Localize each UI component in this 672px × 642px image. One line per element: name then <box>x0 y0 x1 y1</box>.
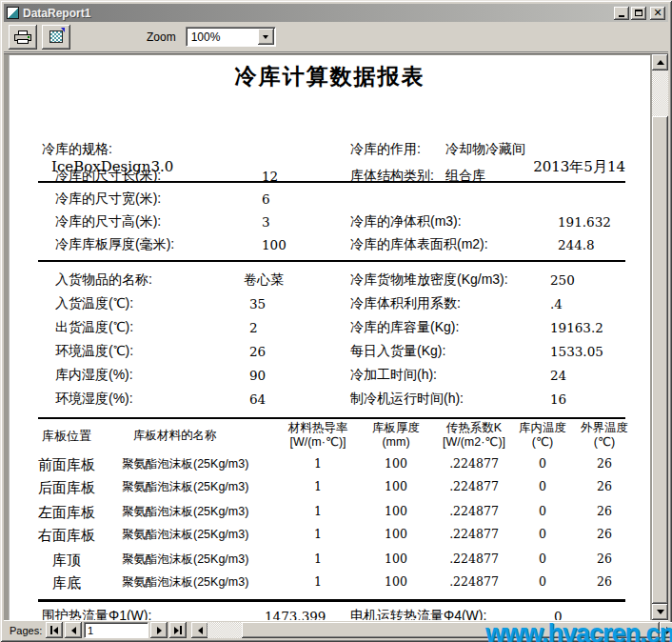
close-button[interactable]: ✕ <box>650 7 665 20</box>
field-value: 3 <box>262 214 270 230</box>
field-label: 冷库的净体积(m3): <box>350 213 462 231</box>
zoom-dropdown[interactable]: 100% <box>186 27 276 47</box>
field-label: 冷库体积利用系数: <box>350 295 461 312</box>
field-value: 卷心菜 <box>244 271 284 289</box>
thickness: 100 <box>358 456 434 474</box>
next-page-button[interactable] <box>150 622 168 638</box>
field-value: 26 <box>249 344 266 359</box>
thickness: 100 <box>358 479 434 497</box>
column-header: 材料热导率[W/(m·℃)] <box>278 421 358 450</box>
last-page-icon <box>180 626 182 634</box>
divider <box>38 260 625 262</box>
inner-temp: 0 <box>514 504 571 522</box>
field-label: 每日入货量(Kg): <box>350 343 445 360</box>
previous-page-button[interactable] <box>65 622 82 638</box>
report-title: 冷库计算数据报表 <box>10 62 650 91</box>
panel-position: 库顶 <box>21 552 112 570</box>
scroll-down-button[interactable] <box>652 604 668 620</box>
table-row: 库底 聚氨酯泡沫板(25Kg/m3) 1 100 .224877 0 26 <box>21 574 638 592</box>
field-value: 64 <box>249 391 266 407</box>
k-value: .224877 <box>434 504 514 522</box>
field-value: 24 <box>550 368 566 383</box>
report-icon <box>7 7 19 19</box>
vscroll-thumb[interactable] <box>652 116 668 604</box>
print-button[interactable] <box>9 25 37 50</box>
conductivity: 1 <box>278 504 358 522</box>
field-label: 环境湿度(%): <box>55 391 133 408</box>
table-header: 库板位置 库板材料的名称 材料热导率[W/(m·℃)] 库板厚度(mm) 传热系… <box>21 421 638 450</box>
app-window: DataReport1 ✕ Zoom 100% 冷库计算数据报表 IceBox <box>0 0 672 642</box>
arrow-up-icon <box>657 60 664 65</box>
outer-temp: 26 <box>571 504 638 522</box>
conductivity: 1 <box>278 479 358 497</box>
page-number-input[interactable] <box>84 622 148 638</box>
panel-material: 聚氨酯泡沫板(25Kg/m3) <box>112 527 278 545</box>
outer-temp: 26 <box>571 456 638 474</box>
arrow-left-icon <box>53 627 58 634</box>
divider <box>38 599 625 602</box>
chevron-down-icon <box>263 35 268 39</box>
toolbar: Zoom 100% <box>4 22 668 52</box>
panel-position: 库底 <box>21 574 112 592</box>
inner-temp: 0 <box>514 574 571 592</box>
field-label: 冷库的尺寸长(米): <box>55 168 161 185</box>
divider <box>38 417 625 419</box>
column-header: 库板材料的名称 <box>112 421 278 450</box>
last-page-button[interactable] <box>169 622 187 638</box>
field-value: 组合库 <box>445 168 485 185</box>
inner-temp: 0 <box>514 552 571 570</box>
table-row: 前面库板 聚氨酯泡沫板(25Kg/m3) 1 100 .224877 0 26 <box>21 456 638 474</box>
field-label: 入货温度(℃): <box>55 295 133 312</box>
field-label: 冷库的尺寸宽(米): <box>55 191 161 208</box>
panel-material: 聚氨酯泡沫板(25Kg/m3) <box>112 479 278 497</box>
minimize-button[interactable] <box>614 7 629 20</box>
minimize-icon <box>619 15 624 17</box>
report-viewport: 冷库计算数据报表 IceBoxDesign3.0 2013年5月14 冷库的规格… <box>4 53 668 621</box>
inner-temp: 0 <box>514 456 571 474</box>
field-label: 冷库的尺寸高(米): <box>55 213 161 231</box>
zoom-label: Zoom <box>147 30 176 44</box>
thickness: 100 <box>358 504 434 522</box>
k-value: .224877 <box>434 479 514 497</box>
export-button[interactable] <box>42 25 70 50</box>
field-value: 19163.2 <box>550 320 603 335</box>
outer-temp: 26 <box>571 479 638 497</box>
hscroll-track[interactable] <box>208 622 242 638</box>
hscroll-left-button[interactable] <box>191 622 208 638</box>
field-value: 2 <box>249 320 258 335</box>
field-value: 35 <box>249 296 266 311</box>
field-value: 100 <box>262 237 287 252</box>
outer-temp: 26 <box>571 527 638 545</box>
table-row: 后面库板 聚氨酯泡沫板(25Kg/m3) 1 100 .224877 0 26 <box>21 479 638 497</box>
report-page: 冷库计算数据报表 IceBoxDesign3.0 2013年5月14 冷库的规格… <box>9 55 650 622</box>
scroll-up-button[interactable] <box>652 54 668 70</box>
conductivity: 1 <box>278 527 358 545</box>
field-label: 冷库货物堆放密度(Kg/m3): <box>350 271 508 289</box>
field-value: 250 <box>550 272 575 288</box>
zoom-dropdown-button[interactable] <box>258 29 274 45</box>
field-label: 出货温度(℃): <box>55 319 133 336</box>
thickness: 100 <box>358 574 434 592</box>
first-page-button[interactable] <box>46 622 63 638</box>
k-value: .224877 <box>434 456 514 474</box>
arrow-left-icon <box>198 627 203 634</box>
field-label: 冷库的库体表面积(m2): <box>350 236 488 253</box>
field-label: 冷加工时间(h): <box>350 367 437 384</box>
column-header: 传热系数K[W/(m2·℃)] <box>434 421 514 450</box>
vertical-scrollbar[interactable] <box>652 54 668 620</box>
column-header: 库内温度(℃) <box>514 421 571 450</box>
window-title: DataReport1 <box>23 7 90 20</box>
arrow-left-icon <box>71 627 76 634</box>
field-value: 244.8 <box>558 237 595 252</box>
maximize-button[interactable] <box>631 7 646 20</box>
panel-material: 聚氨酯泡沫板(25Kg/m3) <box>112 504 278 522</box>
field-label: 库内湿度(%): <box>55 367 133 384</box>
close-icon: ✕ <box>653 9 662 18</box>
field-label: 冷库的作用: <box>350 141 421 158</box>
field-value: 16 <box>550 391 566 407</box>
field-label: 环境温度(℃): <box>55 343 133 360</box>
field-label: 库体结构类别: <box>350 168 434 185</box>
title-bar[interactable]: DataReport1 ✕ <box>4 4 668 22</box>
export-icon <box>49 30 63 43</box>
outer-temp: 26 <box>571 574 638 592</box>
